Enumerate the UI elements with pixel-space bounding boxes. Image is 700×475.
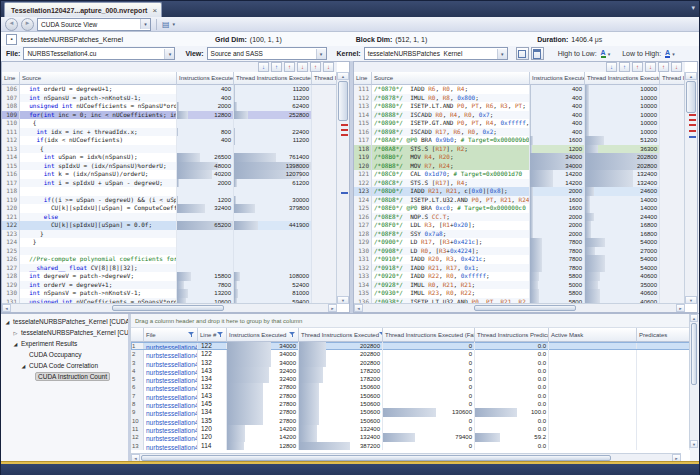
source-row[interactable]: 113 { xyxy=(2,145,337,154)
source-row[interactable]: 109 for(int inc = 0; inc < nUCoefficient… xyxy=(2,111,337,120)
sass-row[interactable]: 111/*0870*/ IADD R6, R0, R4;40010000 xyxy=(354,85,685,94)
tree-item[interactable]: CUDA Instruction Count xyxy=(1,371,128,382)
kernel-selector[interactable]: tesselateNURBSPatches_Kernel ▾ xyxy=(364,47,508,60)
view-selector[interactable]: Source and SASS ▾ xyxy=(207,47,327,60)
sass-row[interactable]: 113/*0880*/ ISETP.LT.AND P0, PT, R6, R3,… xyxy=(354,102,685,111)
back-button[interactable]: ◄ xyxy=(5,18,18,31)
file-link[interactable]: nurbstessellation4.cu xyxy=(146,444,198,450)
scroll-down-arrow-button[interactable]: ↓ xyxy=(606,62,617,72)
report-document-tab[interactable]: Tessellation120427...apture_000.nvreport… xyxy=(4,2,162,18)
sass-row[interactable]: 133/*0920*/ IADD R22, R0, 0xfffff;580040… xyxy=(354,272,685,281)
report-page-selector[interactable]: CUDA Source View ▾ xyxy=(37,18,151,31)
sass-horizontal-scrollbar[interactable]: ◄► xyxy=(354,303,685,312)
source-row[interactable]: 124 } xyxy=(2,238,337,247)
horizontal-split-button[interactable] xyxy=(531,47,544,60)
source-row[interactable]: 116 int k = (idx/nSpansU)/orderU;4020012… xyxy=(2,170,337,179)
sass-row[interactable]: 116/*0898*/ ISCADD R17, R6, R0, 0x2;4001… xyxy=(354,128,685,137)
source-row[interactable]: 120 CU[k][spIdxU][uSpan] = ComputeCoeffi… xyxy=(2,204,337,213)
tab-close-icon[interactable]: × xyxy=(152,7,157,14)
sass-row[interactable]: 124/*08D8*/ ISETP.LT.U32.AND P0, PT, R21… xyxy=(354,196,685,205)
tree-item[interactable]: ◢Experiment Results xyxy=(1,338,128,349)
hotspot-down-arrow-button[interactable]: ↓ xyxy=(645,62,656,72)
tree-item[interactable]: ▷tesselateNURBSPatches_Kernel [CUDA Kern… xyxy=(1,327,128,338)
source-column-header[interactable]: Source xyxy=(372,72,530,85)
source-column-header[interactable]: Source xyxy=(20,72,177,85)
sass-row[interactable]: 128/*08F8*/ SSY 0x7a8;200016800 xyxy=(354,230,685,239)
export-dropdown-icon[interactable]: ▾ xyxy=(173,21,176,27)
filter-icon[interactable] xyxy=(217,331,224,338)
sass-row[interactable]: 127/*08F0*/ LDL R3, [R1+0x20];200016800 xyxy=(354,221,685,230)
source-row[interactable]: 125 xyxy=(2,247,337,256)
hotspot-up-arrow-button[interactable]: ↑ xyxy=(632,62,643,72)
sass-row[interactable]: 125/*08E0*/ @P0 BRA 0xc0; # Target=0x000… xyxy=(354,204,685,213)
sass-row[interactable]: 119/*08B0*/ MOV R4, R20;34000202800 xyxy=(354,153,685,162)
line--column-header[interactable]: Line # xyxy=(198,328,227,342)
hotspot-up-arrow-button[interactable]: ↑ xyxy=(284,62,295,72)
instructions-executed-column-header[interactable]: Instructions Executed xyxy=(177,72,234,85)
hotspot-down-arrow-button[interactable]: ↓ xyxy=(297,62,308,72)
hotspot-up-arrow-button[interactable]: ↑ xyxy=(658,62,669,72)
source-row[interactable]: 115 int spIdxU = (idx/nSpansU)%orderU;48… xyxy=(2,162,337,171)
vertical-split-button[interactable] xyxy=(516,47,529,60)
filter-icon[interactable] xyxy=(289,331,296,338)
source-row[interactable]: 114 int uSpan = idx%(nSpansU);2650076140… xyxy=(2,153,337,162)
tree-item[interactable]: CUDA Occupancy xyxy=(1,349,128,360)
instructions-executed-column-header[interactable]: Instructions Executed xyxy=(530,72,585,85)
sass-row[interactable]: 118/*08A8*/ STS.S [R17], R2;120036300 xyxy=(354,145,685,154)
thread-instructions-executed-column-header[interactable]: Thread Instructions Executed xyxy=(234,72,312,85)
sass-row[interactable]: 126/*08E8*/ NOP.S CC.T;200024400 xyxy=(354,213,685,222)
sass-row[interactable]: 114/*0888*/ ISCADD R0, R4, R0, 0x7;40010… xyxy=(354,111,685,120)
instruction-count-row[interactable]: 6nurbstessellation4.cu1322780015060000.0 xyxy=(131,383,690,391)
line-column-header[interactable]: Line xyxy=(2,72,20,85)
predicates-column-header[interactable]: Predicates xyxy=(637,328,690,342)
sass-row[interactable]: 129/*0900*/ LD R17, [R3+0x421c];78005400… xyxy=(354,238,685,247)
source-row[interactable]: 110 { xyxy=(2,119,337,128)
instruction-count-row[interactable]: 10nurbstessellation4.cu1352780015060000.… xyxy=(131,417,690,425)
hotspot-down-arrow-button[interactable]: ↓ xyxy=(671,62,682,72)
source-row[interactable]: 127 __shared__ float CV[8][8][32]; xyxy=(2,264,337,273)
active-mask-column-header[interactable]: Active Mask xyxy=(549,328,637,342)
source-row[interactable]: 129 int orderV = degreeV+1;780052400 xyxy=(2,281,337,290)
truncated-column-header[interactable]: Thread I xyxy=(312,72,337,85)
sass-row[interactable]: 112/*0878*/ IMUL R0, R8, 0x800;40010000 xyxy=(354,94,685,103)
source-row[interactable]: 106 int orderU = degreeU+1;40011200 xyxy=(2,85,337,94)
collapse-toggle-button[interactable]: ▪ xyxy=(6,34,17,45)
thread-instructions-executed-column-header[interactable]: Thread Instructions Executed xyxy=(585,72,660,85)
instruction-count-row[interactable]: 9nurbstessellation4.cu134278001506001306… xyxy=(131,408,690,416)
truncated-column-header[interactable]: Thread I xyxy=(660,72,685,85)
hotspot-down-arrow-button[interactable]: ↓ xyxy=(323,62,334,72)
thread-instructions-predicated-off-column-header[interactable]: Thread Instructions Predicated Off xyxy=(475,328,549,342)
sass-row[interactable]: 130/*0908*/ LD R0, [R3+0x4224];780027000 xyxy=(354,247,685,256)
forward-button[interactable]: ► xyxy=(21,18,34,31)
source-row[interactable]: 108 unsigned int nUCoefficients = nSpans… xyxy=(2,102,337,111)
tree-item[interactable]: ◢tesselateNURBSPatches_Kernel [CUDA Laun… xyxy=(1,316,128,327)
instruction-count-row[interactable]: 2nurbstessellation4.cu1223400020280000.0 xyxy=(131,350,690,358)
source-row[interactable]: 122 CU[k][spIdxU][uSpan] = 0.0f;65200441… xyxy=(2,221,337,230)
source-row[interactable]: 107 int nSpansU = patch->nKnotsU-1;40011… xyxy=(2,94,337,103)
source-row[interactable]: 117 int i = spIdxU + uSpan - degreeU;200… xyxy=(2,179,337,188)
source-horizontal-scrollbar[interactable]: ◄► xyxy=(2,303,337,312)
chevron-down-icon[interactable]: ▾ xyxy=(608,51,611,57)
sass-row[interactable]: 132/*0918*/ IADD R21, R17, 0x1;780054000 xyxy=(354,264,685,273)
instruction-count-row[interactable]: 13nurbstessellation4.cu1141280038720000.… xyxy=(131,442,690,450)
file-column-header[interactable]: File xyxy=(144,328,198,342)
high-to-low-heat-button[interactable]: A xyxy=(601,49,606,58)
chevron-down-icon[interactable]: ▾ xyxy=(672,51,675,57)
instruction-count-row[interactable]: 8nurbstessellation4.cu1452780015060000.0 xyxy=(131,400,690,408)
hotspot-up-arrow-button[interactable]: ↑ xyxy=(310,62,321,72)
filter-icon[interactable] xyxy=(188,331,195,338)
instruction-count-row[interactable]: 7nurbstessellation4.cu1432780015060000.0 xyxy=(131,392,690,400)
instruction-count-row[interactable]: 1nurbstessellation4.cu1223400020280000.0 xyxy=(131,342,690,350)
sass-row[interactable]: 135/*0930*/ IMUL R23, R0, R22;580040600 xyxy=(354,289,685,298)
sass-vertical-scrollbar[interactable]: ▲▼ xyxy=(684,72,697,304)
sass-row[interactable]: 115/*0890*/ ISETP.GT.AND P0, PT, R4, 0xf… xyxy=(354,119,685,128)
line-column-header[interactable]: Line xyxy=(354,72,372,85)
source-row[interactable]: 126 //Pre-compute polynomial coefficient… xyxy=(2,255,337,264)
instruction-count-row[interactable]: 4nurbstessellation4.cu1433240017820000.0 xyxy=(131,367,690,375)
source-vertical-scrollbar[interactable]: ▲▼ xyxy=(336,72,349,304)
sass-row[interactable]: 121/*08C0*/ CAL 0x1d70; # Target=0x00001… xyxy=(354,170,685,179)
sass-row[interactable]: 120/*08B8*/ MOV R7, R24;34000202800 xyxy=(354,162,685,171)
source-row[interactable]: 119 if((i >= uSpan - degreeU) && (i < uS… xyxy=(2,196,337,205)
bottom-vertical-scrollbar[interactable]: ▲▼ xyxy=(689,314,698,448)
sass-row[interactable]: 117/*08A0*/ @P0 BRA 0x9b0; # Target=0x00… xyxy=(354,136,685,145)
